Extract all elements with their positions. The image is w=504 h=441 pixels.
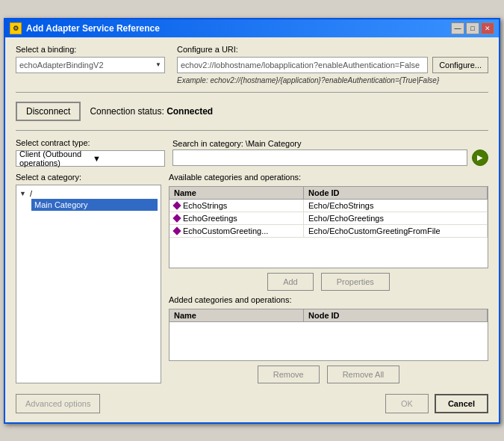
bottom-bar: Advanced options OK Cancel (16, 389, 488, 415)
maximize-button[interactable]: □ (466, 22, 479, 34)
binding-dropdown-arrow: ▼ (155, 61, 161, 68)
content-area: Select a binding: echoAdapterBindingV2 ▼… (5, 37, 499, 422)
main-window: ⚙ Add Adapter Service Reference — □ ✕ Se… (4, 18, 500, 424)
title-bar: ⚙ Add Adapter Service Reference — □ ✕ (5, 19, 499, 37)
connection-status-value: Connected (167, 106, 213, 117)
uri-area: Configure a URI: Configure... Example: e… (177, 45, 488, 84)
contract-label: Select contract type: (16, 138, 165, 147)
uri-input[interactable] (177, 57, 428, 73)
remove-all-button[interactable]: Remove All (327, 366, 400, 383)
binding-select[interactable]: echoAdapterBindingV2 ▼ (16, 57, 165, 73)
window-title: Add Adapter Service Reference (26, 23, 160, 34)
uri-example: Example: echov2://{hostname}/{applicatio… (177, 76, 488, 84)
search-go-button[interactable]: ▶ (472, 149, 488, 166)
added-table-header: Name Node ID (169, 309, 488, 322)
operations-panel-label: Available categories and operations: (169, 173, 488, 182)
uri-input-row: Configure... (177, 57, 488, 73)
tree-root: ▼ / Main Category (19, 188, 158, 211)
add-properties-row: Add Properties (169, 273, 488, 291)
title-bar-left: ⚙ Add Adapter Service Reference (10, 22, 160, 34)
divider-2 (16, 130, 488, 131)
contract-search-row: Select contract type: Client (Outbound o… (16, 138, 488, 167)
ok-button[interactable]: OK (385, 394, 429, 413)
col-name: Name (169, 187, 304, 199)
connection-row: Disconnect Connection status: Connected (16, 100, 488, 123)
category-panel-label: Select a category: (16, 173, 161, 182)
category-panel: Select a category: ▼ / Main Category (16, 173, 161, 383)
advanced-options-button[interactable]: Advanced options (16, 394, 100, 413)
available-ops-table: Name Node ID EchoStrings Echo/EchoString… (169, 186, 488, 268)
connection-status: Connection status: Connected (90, 106, 213, 117)
diamond-icon (172, 214, 181, 222)
tree-child-main-category[interactable]: Main Category (31, 199, 158, 211)
ok-cancel-row: OK Cancel (385, 394, 488, 413)
col-nodeid: Node ID (304, 187, 488, 199)
divider-1 (16, 92, 488, 93)
title-controls: — □ ✕ (451, 22, 494, 34)
add-button[interactable]: Add (267, 273, 314, 291)
cancel-button[interactable]: Cancel (435, 394, 488, 413)
search-area: Search in category: \Main Category ▶ (172, 139, 488, 166)
uri-label: Configure a URI: (177, 45, 488, 54)
added-ops-table: Name Node ID (169, 309, 488, 361)
added-col-name: Name (169, 309, 304, 321)
table-row[interactable]: EchoCustomGreeting... Echo/EchoCustomGre… (169, 225, 488, 238)
main-area: Select a category: ▼ / Main Category (16, 173, 488, 383)
configure-button[interactable]: Configure... (432, 57, 488, 73)
contract-arrow: ▼ (93, 154, 161, 163)
search-input[interactable] (172, 149, 467, 166)
binding-area: Select a binding: echoAdapterBindingV2 ▼ (16, 45, 165, 73)
search-label: Search in category: \Main Category (172, 139, 488, 148)
binding-uri-section: Select a binding: echoAdapterBindingV2 ▼… (16, 45, 488, 84)
diamond-icon (172, 201, 181, 209)
operations-panel: Available categories and operations: Nam… (169, 173, 488, 383)
contract-select[interactable]: Client (Outbound operations) ▼ (16, 150, 165, 167)
remove-row: Remove Remove All (169, 366, 488, 383)
category-tree[interactable]: ▼ / Main Category (16, 185, 161, 383)
window-icon: ⚙ (10, 22, 22, 34)
tree-toggle: ▼ (19, 190, 27, 197)
contract-area: Select contract type: Client (Outbound o… (16, 138, 165, 167)
added-panel-label: Added categories and operations: (169, 295, 488, 304)
properties-button[interactable]: Properties (321, 273, 390, 291)
minimize-button[interactable]: — (451, 22, 464, 34)
binding-label: Select a binding: (16, 45, 165, 54)
remove-button[interactable]: Remove (258, 366, 320, 383)
diamond-icon (172, 226, 181, 235)
table-row[interactable]: EchoStrings Echo/EchoStrings (169, 200, 488, 212)
disconnect-button[interactable]: Disconnect (16, 102, 81, 121)
tree-children: Main Category (31, 199, 158, 211)
added-col-nodeid: Node ID (304, 309, 488, 321)
tree-root-item[interactable]: ▼ / (19, 188, 158, 199)
table-row[interactable]: EchoGreetings Echo/EchoGreetings (169, 212, 488, 225)
search-input-row: ▶ (172, 149, 488, 166)
close-button[interactable]: ✕ (481, 22, 494, 34)
available-table-header: Name Node ID (169, 187, 488, 200)
